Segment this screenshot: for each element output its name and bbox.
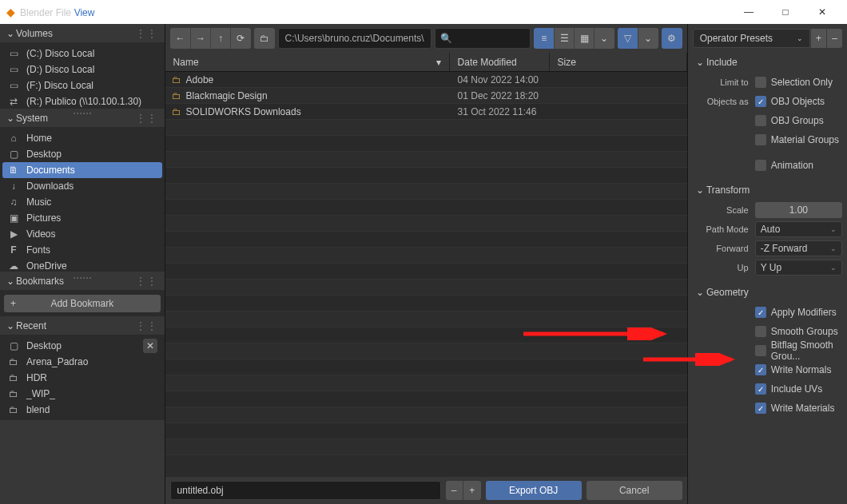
cloud-icon: ☁ <box>7 260 20 272</box>
system-item-pictures[interactable]: ▣Pictures <box>2 210 162 226</box>
file-list: 🗀Adobe04 Nov 2022 14:00 🗀Blackmagic Desi… <box>165 72 687 477</box>
obj-objects-label: OBJ Objects <box>771 96 825 107</box>
include-header[interactable]: ⌄ Include <box>688 53 847 72</box>
grip-icon[interactable]: ⋮⋮ <box>136 320 158 331</box>
recent-item[interactable]: 🗀blend <box>2 402 162 418</box>
volume-item[interactable]: ▭(F:) Disco Local <box>2 77 162 93</box>
search-icon: 🔍 <box>440 33 452 44</box>
filter-button[interactable]: ▽ <box>618 28 638 49</box>
file-row[interactable]: 🗀Adobe04 Nov 2022 14:00 <box>165 72 687 88</box>
nav-up-button[interactable]: ↑ <box>210 28 231 49</box>
path-input[interactable]: C:\Users\bruno.cruz\Documents\ <box>278 28 431 49</box>
volumes-title: Volumes <box>16 28 53 39</box>
preset-add-button[interactable]: + <box>810 29 826 48</box>
remove-recent-button[interactable]: ✕ <box>143 339 157 353</box>
recent-header[interactable]: ⌄ Recent ⋮⋮ <box>0 316 165 335</box>
system-item-music[interactable]: ♫Music <box>2 194 162 210</box>
column-date[interactable]: Date Modified <box>450 53 550 71</box>
scale-input[interactable]: 1.00 <box>755 202 842 218</box>
recent-item[interactable]: 🗀Arena_Padrao <box>2 354 162 370</box>
system-item-documents[interactable]: 🗎Documents <box>2 162 162 178</box>
include-uvs-checkbox[interactable] <box>755 383 766 395</box>
drive-icon: ▭ <box>7 64 20 75</box>
filter-dropdown-button[interactable]: ⌄ <box>638 28 658 49</box>
refresh-button[interactable]: ⟳ <box>230 28 251 49</box>
transform-body: Scale1.00 Path ModeAuto⌄ Forward-Z Forwa… <box>688 200 847 283</box>
material-groups-checkbox[interactable] <box>755 134 766 145</box>
close-button[interactable]: ✕ <box>804 0 841 24</box>
folder-icon: 🗀 <box>7 356 20 367</box>
bookmarks-body: + Add Bookmark <box>0 291 165 316</box>
obj-groups-label: OBJ Groups <box>771 115 824 126</box>
drive-icon: ▭ <box>7 48 20 59</box>
transform-header[interactable]: ⌄ Transform <box>688 181 847 200</box>
view-detail-button[interactable]: ☰ <box>554 28 575 49</box>
column-size[interactable]: Size <box>550 53 687 71</box>
view-grid-button[interactable]: ▦ <box>574 28 594 49</box>
blender-logo-icon: ◆ <box>6 6 15 18</box>
decrement-button[interactable]: – <box>446 481 463 500</box>
operator-panel: Operator Presets⌄ + – ⌄ Include Limit to… <box>687 24 847 504</box>
filename-input[interactable]: untitled.obj <box>170 481 441 500</box>
volumes-header[interactable]: ⌄ Volumes ⋮⋮ <box>0 24 165 43</box>
cancel-button[interactable]: Cancel <box>587 481 682 500</box>
operator-presets-select[interactable]: Operator Presets⌄ <box>693 29 810 48</box>
desktop-icon: ▢ <box>7 149 20 160</box>
view-dropdown-button[interactable]: ⌄ <box>594 28 614 49</box>
write-materials-checkbox[interactable] <box>755 403 766 414</box>
add-bookmark-button[interactable]: + Add Bookmark <box>4 295 161 312</box>
smooth-groups-checkbox[interactable] <box>755 326 766 337</box>
system-item-desktop[interactable]: ▢Desktop <box>2 146 162 162</box>
animation-checkbox[interactable] <box>755 160 766 171</box>
system-item-downloads[interactable]: ↓Downloads <box>2 178 162 194</box>
minimize-button[interactable]: — <box>730 0 767 24</box>
folder-icon: 🗀 <box>172 74 181 85</box>
recent-item[interactable]: 🗀_WIP_ <box>2 386 162 402</box>
include-uvs-label: Include UVs <box>771 383 823 395</box>
videos-icon: ▶ <box>7 228 20 240</box>
volume-item[interactable]: ▭(C:) Disco Local <box>2 46 162 62</box>
path-mode-label: Path Mode <box>693 224 755 234</box>
nav-forward-button[interactable]: → <box>190 28 211 49</box>
nav-back-button[interactable]: ← <box>170 28 191 49</box>
column-name[interactable]: Name▾ <box>165 53 450 71</box>
search-input[interactable]: 🔍 <box>435 28 531 49</box>
geometry-header[interactable]: ⌄ Geometry <box>688 283 847 302</box>
up-select[interactable]: Y Up⌄ <box>755 260 842 276</box>
recent-title: Recent <box>16 320 46 331</box>
volume-item[interactable]: ▭(D:) Disco Local <box>2 62 162 77</box>
system-item-home[interactable]: ⌂Home <box>2 130 162 146</box>
grip-icon[interactable]: ⋮⋮ <box>136 113 158 124</box>
system-item-fonts[interactable]: FFonts <box>2 242 162 258</box>
file-row[interactable]: 🗀SOLIDWORKS Downloads31 Oct 2022 11:46 <box>165 104 687 120</box>
recent-item[interactable]: 🗀HDR <box>2 370 162 386</box>
grip-icon[interactable]: ⋮⋮ <box>136 276 158 287</box>
apply-modifiers-label: Apply Modifiers <box>771 307 837 318</box>
forward-select[interactable]: -Z Forward⌄ <box>755 240 842 256</box>
obj-objects-checkbox[interactable] <box>755 96 766 107</box>
volume-item[interactable]: ⇄(R:) Publico (\\10.100.1.30) <box>2 93 162 109</box>
new-directory-button[interactable]: 🗀 <box>254 28 275 49</box>
file-row[interactable]: 🗀Blackmagic Design01 Dec 2022 18:20 <box>165 88 687 104</box>
bitflag-checkbox[interactable] <box>755 345 766 356</box>
preset-remove-button[interactable]: – <box>826 29 842 48</box>
settings-button[interactable]: ⚙ <box>662 28 682 49</box>
increment-button[interactable]: + <box>463 481 481 500</box>
grip-icon[interactable]: ⋮⋮ <box>136 28 158 39</box>
objects-as-label: Objects as <box>693 97 755 106</box>
documents-icon: 🗎 <box>7 165 20 176</box>
bitflag-label: Bitflag Smooth Grou... <box>771 339 842 362</box>
write-normals-checkbox[interactable] <box>755 364 766 375</box>
export-button[interactable]: Export OBJ <box>486 481 582 500</box>
chevron-down-icon: ⌄ <box>696 185 704 196</box>
obj-groups-checkbox[interactable] <box>755 115 766 126</box>
write-normals-label: Write Normals <box>771 364 832 375</box>
selection-only-checkbox[interactable] <box>755 77 766 88</box>
apply-modifiers-checkbox[interactable] <box>755 307 766 318</box>
plus-icon: + <box>10 298 16 309</box>
view-list-button[interactable]: ≡ <box>534 28 555 49</box>
system-item-videos[interactable]: ▶Videos <box>2 226 162 242</box>
path-mode-select[interactable]: Auto⌄ <box>755 221 842 237</box>
recent-item[interactable]: ▢Desktop✕ <box>2 338 162 354</box>
maximize-button[interactable]: □ <box>767 0 804 24</box>
